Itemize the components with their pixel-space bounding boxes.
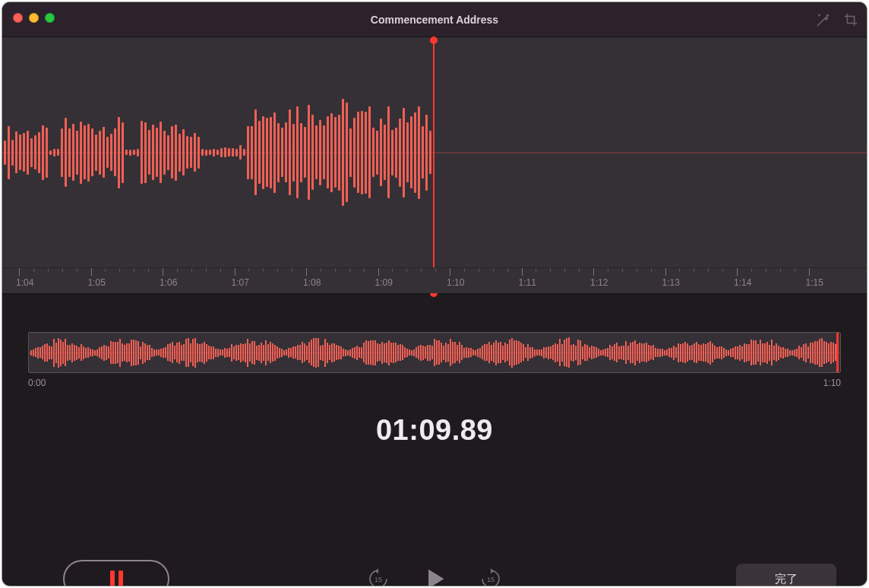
window-traffic-lights bbox=[13, 13, 55, 23]
voice-memos-editor-window: Commencement Address 1:0 bbox=[2, 2, 867, 586]
skip-back-15-button[interactable]: 15 bbox=[367, 567, 390, 586]
ruler-label: 1:09 bbox=[375, 277, 393, 288]
transport-controls: 15 15 完了 bbox=[2, 552, 867, 586]
time-ruler[interactable]: 1:041:051:061:071:081:091:101:111:121:13… bbox=[2, 267, 867, 293]
ruler-label: 1:12 bbox=[590, 277, 608, 288]
overview-waveform[interactable] bbox=[28, 332, 841, 373]
ruler-label: 1:05 bbox=[88, 277, 106, 288]
crop-icon[interactable] bbox=[842, 11, 859, 28]
svg-text:15: 15 bbox=[374, 576, 382, 583]
zoom-window-button[interactable] bbox=[45, 13, 55, 23]
titlebar: Commencement Address bbox=[2, 2, 867, 37]
ruler-label: 1:04 bbox=[16, 277, 33, 288]
ruler-label: 1:08 bbox=[303, 277, 321, 288]
waveform-bars bbox=[2, 37, 431, 267]
enhance-icon[interactable] bbox=[815, 11, 832, 28]
ruler-label: 1:10 bbox=[447, 277, 464, 288]
lower-panel: 0:00 1:10 01:09.89 15 bbox=[2, 332, 867, 586]
close-window-button[interactable] bbox=[13, 13, 23, 23]
done-button[interactable]: 完了 bbox=[736, 564, 836, 586]
playhead[interactable] bbox=[433, 40, 434, 293]
playback-transport: 15 15 bbox=[367, 566, 502, 586]
overview-bars bbox=[30, 333, 836, 372]
pause-icon bbox=[110, 571, 123, 586]
ruler-label: 1:14 bbox=[734, 277, 751, 288]
minimize-window-button[interactable] bbox=[29, 13, 39, 23]
toolbar-actions bbox=[815, 2, 859, 37]
ruler-label: 1:07 bbox=[232, 277, 249, 288]
ruler-label: 1:11 bbox=[519, 277, 536, 288]
play-button[interactable] bbox=[422, 566, 447, 586]
overview-playhead[interactable] bbox=[836, 332, 839, 373]
ruler-label: 1:15 bbox=[806, 277, 823, 288]
overview-end-time: 1:10 bbox=[823, 378, 841, 388]
ruler-label: 1:06 bbox=[160, 277, 177, 288]
svg-text:15: 15 bbox=[487, 576, 495, 583]
waveform-track[interactable]: 1:041:051:061:071:081:091:101:111:121:13… bbox=[2, 37, 867, 294]
overview-start-time: 0:00 bbox=[28, 378, 46, 388]
time-ruler-ticks: 1:041:051:061:071:081:091:101:111:121:13… bbox=[2, 268, 867, 293]
overview-section: 0:00 1:10 bbox=[28, 332, 841, 388]
record-pause-button[interactable] bbox=[63, 560, 169, 586]
timecode-display: 01:09.89 bbox=[2, 414, 867, 447]
recording-title: Commencement Address bbox=[2, 14, 867, 26]
skip-forward-15-button[interactable]: 15 bbox=[479, 567, 502, 586]
overview-time-labels: 0:00 1:10 bbox=[28, 378, 841, 388]
ruler-label: 1:13 bbox=[662, 277, 680, 288]
waveform-display bbox=[2, 37, 867, 267]
